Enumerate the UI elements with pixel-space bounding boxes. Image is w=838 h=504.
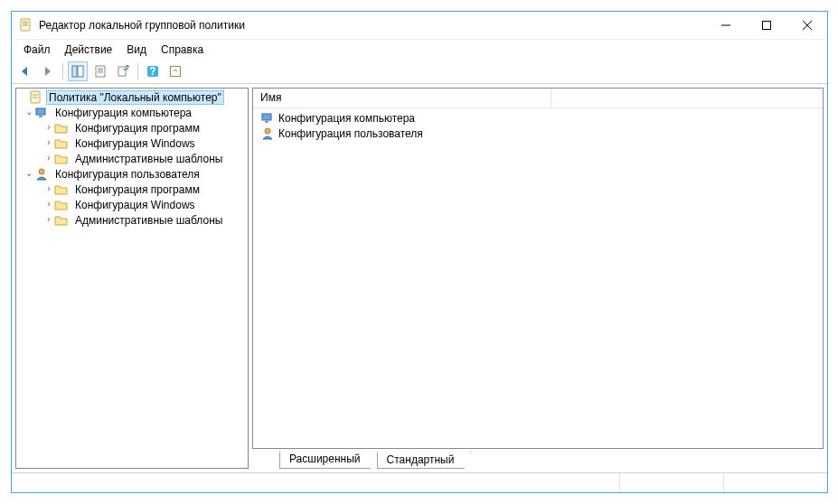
export-button[interactable]	[113, 61, 133, 81]
toolbar-separator	[137, 63, 138, 79]
tree-label: Конфигурация Windows	[71, 198, 199, 212]
nav-back-button[interactable]	[15, 61, 35, 81]
folder-icon	[54, 213, 69, 228]
collapse-icon[interactable]: ›	[43, 137, 54, 147]
tree-user-windows[interactable]: › Конфигурация Windows	[16, 197, 248, 212]
menubar: Файл Действие Вид Справка	[12, 39, 827, 59]
svg-rect-5	[762, 22, 770, 30]
svg-point-26	[265, 128, 270, 134]
collapse-icon[interactable]: ›	[43, 122, 54, 132]
tree-comp-windows[interactable]: › Конфигурация Windows	[16, 135, 248, 151]
tree-label: Конфигурация пользователя	[52, 167, 203, 182]
maximize-button[interactable]	[746, 12, 786, 39]
policy-icon	[29, 90, 43, 105]
main-window: Редактор локальной групповой политики Фа…	[11, 11, 828, 493]
status-cell	[619, 473, 723, 492]
refresh-button[interactable]	[165, 61, 185, 81]
tree-computer-config[interactable]: ⌄ Конфигурация компьютера	[16, 105, 248, 120]
folder-icon	[54, 182, 69, 197]
folder-icon	[54, 152, 69, 166]
tree-label: Конфигурация программ	[71, 121, 203, 135]
list-item-label: Конфигурация пользователя	[278, 127, 423, 140]
svg-rect-17	[171, 66, 181, 76]
column-name[interactable]: Имя	[253, 89, 551, 107]
tree-root[interactable]: Политика "Локальный компьютер"	[16, 89, 248, 105]
computer-icon	[34, 106, 49, 120]
list-item-label: Конфигурация компьютера	[278, 112, 415, 125]
tree-label: Конфигурация компьютера	[52, 106, 195, 120]
collapse-icon[interactable]: ›	[43, 214, 54, 224]
computer-icon	[260, 111, 275, 126]
collapse-icon[interactable]: ›	[43, 183, 54, 193]
content-area: Политика "Локальный компьютер" ⌄ Конфигу…	[12, 84, 827, 472]
svg-rect-9	[78, 66, 83, 77]
menu-view[interactable]: Вид	[120, 42, 153, 58]
tree-label: Конфигурация программ	[71, 182, 203, 197]
list-header: Имя	[253, 89, 823, 108]
svg-rect-24	[262, 114, 271, 120]
window-title: Редактор локальной групповой политики	[39, 19, 705, 32]
titlebar: Редактор локальной групповой политики	[12, 12, 827, 39]
nav-forward-button[interactable]	[38, 61, 58, 81]
svg-rect-21	[36, 108, 45, 115]
details-panel: Имя Конфигурация компьютера Конфигурация…	[252, 88, 824, 469]
tree-comp-software[interactable]: › Конфигурация программ	[16, 120, 248, 135]
folder-icon	[54, 121, 69, 135]
tab-extended[interactable]: Расширенный	[279, 451, 378, 469]
close-button[interactable]	[786, 12, 827, 39]
svg-rect-25	[265, 121, 268, 123]
svg-rect-22	[39, 116, 42, 117]
tree-comp-admin[interactable]: › Административные шаблоны	[16, 151, 248, 166]
list-item[interactable]: Конфигурация компьютера	[253, 110, 823, 126]
expand-icon[interactable]: ⌄	[24, 107, 34, 117]
show-tree-button[interactable]	[68, 61, 88, 81]
svg-text:?: ?	[149, 65, 155, 78]
folder-icon	[54, 136, 69, 151]
list-item[interactable]: Конфигурация пользователя	[253, 126, 823, 141]
menu-help[interactable]: Справка	[155, 42, 210, 58]
tabs: Расширенный Стандартный	[252, 449, 824, 469]
svg-rect-10	[96, 66, 105, 77]
tree-user-admin[interactable]: › Административные шаблоны	[16, 212, 248, 228]
tree-user-software[interactable]: › Конфигурация программ	[16, 182, 248, 197]
toolbar: ?	[12, 59, 827, 84]
svg-rect-14	[118, 67, 126, 76]
statusbar	[12, 472, 827, 492]
svg-point-23	[39, 169, 44, 174]
app-icon	[19, 18, 33, 33]
tree-label: Политика "Локальный компьютер"	[46, 90, 224, 105]
tree-panel: Политика "Локальный компьютер" ⌄ Конфигу…	[15, 88, 249, 469]
tree-label: Конфигурация Windows	[71, 136, 199, 151]
collapse-icon[interactable]: ›	[43, 153, 54, 163]
tree-label: Административные шаблоны	[71, 152, 226, 166]
expand-icon[interactable]: ⌄	[24, 168, 34, 178]
tree-label: Административные шаблоны	[71, 213, 226, 228]
tab-standard[interactable]: Стандартный	[377, 451, 472, 469]
list-body: Конфигурация компьютера Конфигурация пол…	[253, 108, 823, 448]
status-cell	[12, 473, 619, 492]
collapse-icon[interactable]: ›	[43, 199, 54, 209]
folder-icon	[54, 198, 69, 212]
help-button[interactable]: ?	[143, 61, 163, 81]
menu-action[interactable]: Действие	[59, 42, 119, 58]
tree-user-config[interactable]: ⌄ Конфигурация пользователя	[16, 166, 248, 182]
status-cell	[723, 473, 827, 492]
minimize-button[interactable]	[705, 12, 746, 39]
user-icon	[34, 167, 49, 182]
menu-file[interactable]: Файл	[17, 42, 57, 58]
user-icon	[260, 126, 275, 141]
toolbar-separator	[62, 63, 63, 79]
svg-rect-8	[72, 66, 77, 77]
properties-button[interactable]	[90, 61, 110, 81]
